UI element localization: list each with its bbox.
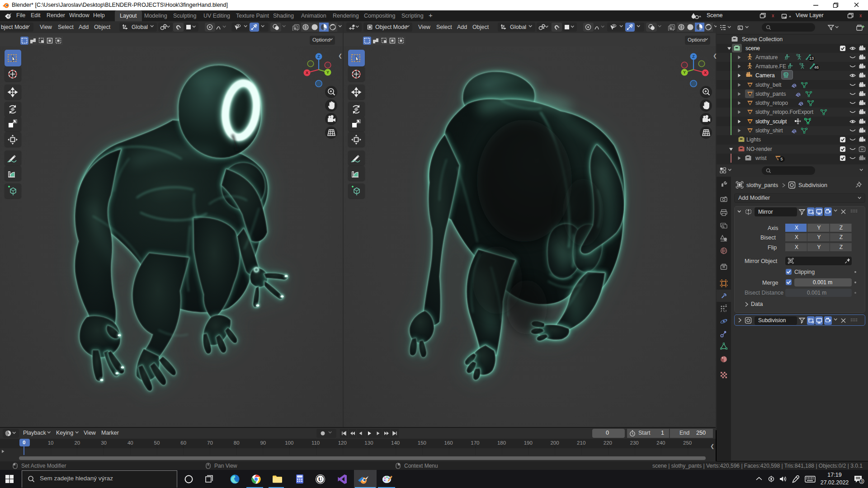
svg-text:U: U (318, 476, 323, 483)
svg-text:3: 3 (860, 479, 863, 483)
